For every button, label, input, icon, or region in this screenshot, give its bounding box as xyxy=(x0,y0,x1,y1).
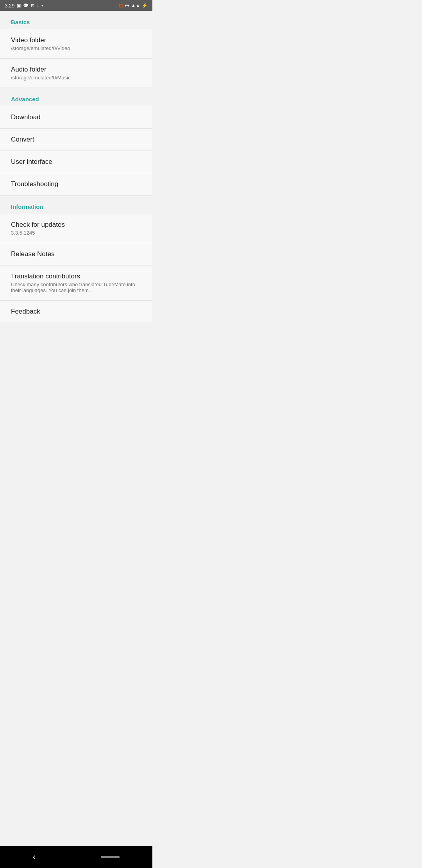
download-item[interactable]: Download xyxy=(0,106,152,129)
convert-title: Convert xyxy=(11,136,141,143)
release-notes-item[interactable]: Release Notes xyxy=(0,243,152,265)
clipboard-icon: ⊡ xyxy=(31,3,34,8)
screen-record-icon: ▣ xyxy=(17,3,21,8)
status-bar: 3:29 ▣ 💬 ⊡ ↓ ● ⊡ ▾▾ ▲▲ ⚡ xyxy=(0,0,152,11)
translation-contributors-item[interactable]: Translation contributors Check many cont… xyxy=(0,265,152,301)
signal-icon: ▲▲ xyxy=(131,3,140,8)
feedback-item[interactable]: Feedback xyxy=(0,301,152,323)
user-interface-item[interactable]: User interface xyxy=(0,151,152,173)
translation-contributors-desc: Check many contributors who translated T… xyxy=(11,282,141,293)
user-interface-title: User interface xyxy=(11,158,141,166)
translation-contributors-title: Translation contributors xyxy=(11,273,141,280)
troubleshooting-title: Troubleshooting xyxy=(11,180,141,188)
wifi-icon: ▾▾ xyxy=(125,3,129,8)
check-updates-item[interactable]: Check for updates 3.3.5.1245 xyxy=(0,214,152,243)
troubleshooting-item[interactable]: Troubleshooting xyxy=(0,173,152,195)
video-folder-title: Video folder xyxy=(11,36,141,44)
download-icon: ↓ xyxy=(37,3,39,8)
feedback-title: Feedback xyxy=(11,308,141,316)
cast-icon: ⊡ xyxy=(119,3,123,9)
audio-folder-path: /storage/emulated/0/Music xyxy=(11,75,141,81)
convert-item[interactable]: Convert xyxy=(0,129,152,151)
settings-content: Basics Video folder /storage/emulated/0/… xyxy=(0,11,152,323)
information-section-header: Information xyxy=(0,195,152,214)
time-display: 3:29 xyxy=(5,3,14,9)
video-folder-item[interactable]: Video folder /storage/emulated/0/Video xyxy=(0,29,152,59)
app-version: 3.3.5.1245 xyxy=(11,230,141,236)
notification-icon: 💬 xyxy=(23,3,29,8)
audio-folder-title: Audio folder xyxy=(11,66,141,74)
release-notes-title: Release Notes xyxy=(11,250,141,258)
basics-section-header: Basics xyxy=(0,11,152,29)
dot-icon: ● xyxy=(41,4,43,7)
advanced-section-header: Advanced xyxy=(0,88,152,106)
audio-folder-item[interactable]: Audio folder /storage/emulated/0/Music xyxy=(0,59,152,88)
check-updates-title: Check for updates xyxy=(11,221,141,229)
download-title: Download xyxy=(11,113,141,121)
battery-icon: ⚡ xyxy=(142,3,148,8)
video-folder-path: /storage/emulated/0/Video xyxy=(11,45,141,51)
